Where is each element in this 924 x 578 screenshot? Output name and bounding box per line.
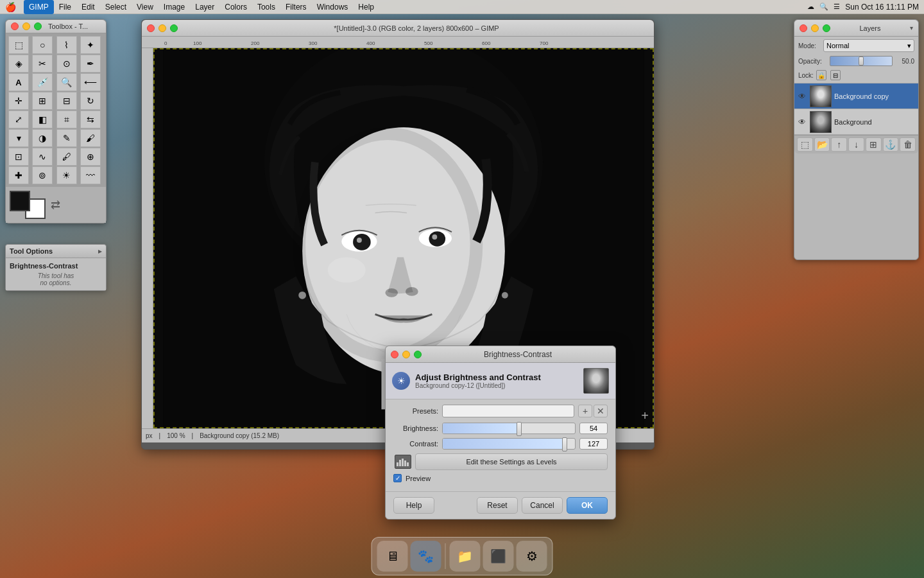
tool-color-picker[interactable]: 💉 [32, 73, 53, 91]
layers-menu-btn[interactable]: ▾ [910, 24, 913, 31]
layers-max-btn[interactable] [823, 24, 830, 32]
menubar-windows[interactable]: Windows [312, 0, 354, 14]
bc-contrast-slider[interactable] [442, 438, 576, 450]
layers-min-btn[interactable] [811, 24, 819, 32]
tool-perspective-clone[interactable]: ⊚ [32, 166, 53, 184]
menubar-view[interactable]: View [132, 0, 158, 14]
tool-shear[interactable]: ◧ [32, 110, 53, 128]
tool-airbrush[interactable]: ∿ [32, 148, 53, 166]
tool-smudge[interactable]: 〰 [80, 166, 101, 184]
menubar-file[interactable]: File [54, 0, 76, 14]
bc-ok-btn[interactable]: OK [567, 497, 608, 514]
tool-paintbrush[interactable]: 🖌 [80, 129, 101, 147]
tool-scale[interactable]: ⤢ [8, 110, 29, 128]
tool-foreground-select[interactable]: ⊙ [56, 55, 77, 73]
lock-alpha-btn[interactable]: ⊟ [830, 70, 841, 80]
duplicate-layer-btn[interactable]: ⊞ [866, 137, 882, 152]
menubar-gimp[interactable]: GIMP [24, 0, 54, 14]
dock-finder[interactable]: 🖥 [377, 541, 408, 572]
bc-contrast-input[interactable] [579, 438, 608, 450]
toolbox-title: Toolbox - T... [48, 22, 88, 30]
raise-layer-btn[interactable]: ↑ [831, 137, 847, 152]
menubar-help[interactable]: Help [353, 0, 379, 14]
layer-visibility-bg[interactable]: 👁 [797, 117, 807, 127]
tool-measure[interactable]: ⟵ [80, 73, 101, 91]
menubar-select[interactable]: Select [100, 0, 132, 14]
menubar-tools[interactable]: Tools [252, 0, 280, 14]
bc-brightness-input[interactable] [579, 423, 608, 434]
menubar-edit[interactable]: Edit [76, 0, 100, 14]
menubar-filters[interactable]: Filters [280, 0, 312, 14]
dock-terminal[interactable]: ⬛ [483, 541, 514, 572]
bc-min-btn[interactable] [402, 351, 410, 358]
tool-flip[interactable]: ⇆ [80, 110, 101, 128]
layers-close-btn[interactable] [800, 24, 807, 32]
tool-ink[interactable]: 🖋 [56, 148, 77, 166]
tool-blend[interactable]: ◑ [32, 129, 53, 147]
bc-help-btn[interactable]: Help [393, 497, 434, 514]
tool-align[interactable]: ⊞ [32, 92, 53, 110]
gimp-max-btn[interactable] [170, 24, 178, 32]
tool-clone[interactable]: ⊕ [80, 148, 101, 166]
tool-rotate[interactable]: ↻ [80, 92, 101, 110]
tool-zoom[interactable]: 🔍 [56, 73, 77, 91]
menubar-colors[interactable]: Colors [219, 0, 252, 14]
bc-preview-checkbox[interactable]: ✓ [393, 474, 402, 482]
mode-select[interactable]: Normal ▾ [823, 39, 914, 52]
layer-thumb-bg-copy [810, 85, 832, 107]
open-image-as-layer-btn[interactable]: 📂 [814, 137, 830, 152]
bc-presets-input[interactable] [442, 405, 574, 417]
layer-item-bg[interactable]: 👁 Background [794, 109, 918, 135]
menubar-layer[interactable]: Layer [190, 0, 219, 14]
tool-text[interactable]: A [8, 73, 29, 91]
tool-fuzzy-select[interactable]: ✦ [80, 36, 101, 54]
bc-cancel-btn[interactable]: Cancel [522, 497, 563, 514]
bc-reset-btn[interactable]: Reset [477, 497, 518, 514]
lock-pixels-btn[interactable]: 🔒 [816, 70, 826, 80]
foreground-color-swatch[interactable] [10, 191, 30, 211]
tool-by-color[interactable]: ◈ [8, 55, 29, 73]
tool-options-close[interactable]: ▸ [98, 247, 102, 256]
new-layer-btn[interactable]: ⬚ [797, 137, 813, 152]
bc-add-preset-btn[interactable]: + [578, 405, 592, 417]
toolbox-close-btn[interactable] [11, 22, 19, 30]
tool-rect-select[interactable]: ⬚ [8, 36, 29, 54]
bc-remove-preset-btn[interactable]: ✕ [594, 405, 608, 417]
bc-close-btn[interactable] [391, 351, 398, 358]
tool-perspective[interactable]: ⌗ [56, 110, 77, 128]
dock-system-prefs[interactable]: ⚙ [517, 541, 547, 572]
tool-lasso[interactable]: ⌇ [56, 36, 77, 54]
toolbox-min-btn[interactable] [22, 22, 30, 30]
tool-pencil[interactable]: ✎ [56, 129, 77, 147]
spotlight-icon[interactable]: 🔍 [819, 3, 828, 11]
bc-max-btn[interactable] [414, 351, 422, 358]
anchor-layer-btn[interactable]: ⚓ [883, 137, 899, 152]
gimp-close-btn[interactable] [147, 24, 155, 32]
tool-ellipse-select[interactable]: ○ [32, 36, 53, 54]
tool-scissors[interactable]: ✂ [32, 55, 53, 73]
menubar-image[interactable]: Image [158, 0, 190, 14]
tool-eraser[interactable]: ⊡ [8, 148, 29, 166]
bc-edit-as-levels-btn[interactable]: Edit these Settings as Levels [415, 453, 608, 470]
tool-dodge-burn[interactable]: ☀ [56, 166, 77, 184]
gimp-min-btn[interactable] [158, 24, 166, 32]
layer-visibility-bg-copy[interactable]: 👁 [797, 91, 807, 101]
tool-bucket-fill[interactable]: ▾ [8, 129, 29, 147]
dock-folder[interactable]: 📁 [450, 541, 481, 572]
layers-opacity-row: Opacity: 50.0 [794, 55, 918, 69]
tool-heal[interactable]: ✚ [8, 166, 29, 184]
dock-gimp[interactable]: 🐾 [411, 541, 441, 572]
tool-paths[interactable]: ✒ [80, 55, 101, 73]
notification-icon[interactable]: ☰ [834, 3, 840, 11]
opacity-slider[interactable] [830, 56, 893, 66]
tool-crop[interactable]: ⊟ [56, 92, 77, 110]
apple-menu-icon[interactable]: 🍎 [5, 2, 16, 12]
lower-layer-btn[interactable]: ↓ [848, 137, 864, 152]
zoom-to-fit-icon[interactable]: + [641, 408, 649, 423]
delete-layer-btn[interactable]: 🗑 [900, 137, 916, 152]
bc-brightness-slider[interactable] [442, 423, 576, 434]
tool-move[interactable]: ✛ [8, 92, 29, 110]
toolbox-max-btn[interactable] [34, 22, 42, 30]
swap-colors-icon[interactable]: ⇄ [51, 198, 60, 212]
layer-item-bg-copy[interactable]: 👁 Background copy [794, 83, 918, 109]
